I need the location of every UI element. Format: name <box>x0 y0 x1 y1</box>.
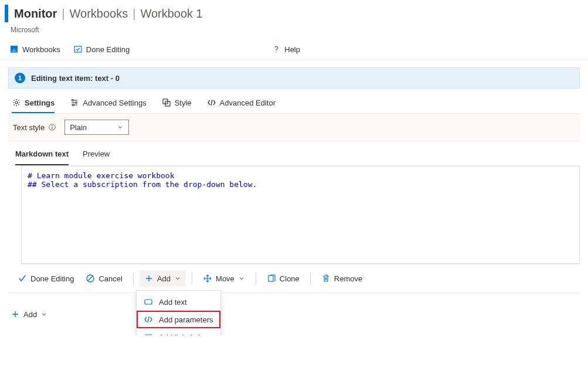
cancel-button[interactable]: Cancel <box>81 270 127 287</box>
svg-line-20 <box>88 276 93 281</box>
chevron-down-icon <box>238 275 245 282</box>
tab-advanced-editor[interactable]: Advanced Editor <box>207 94 276 113</box>
done-editing-button[interactable]: Done Editing <box>13 270 79 287</box>
step-badge: 1 <box>15 73 25 83</box>
divider <box>256 273 256 284</box>
breadcrumb-workbooks[interactable]: Workbooks <box>70 7 128 21</box>
done-editing-label: Done Editing <box>30 274 74 283</box>
tab-settings[interactable]: Settings <box>12 94 55 113</box>
svg-point-9 <box>276 52 277 52</box>
divider <box>133 273 134 284</box>
svg-rect-22 <box>145 300 152 304</box>
main-toolbar: Workbooks Done Editing Help <box>0 39 588 60</box>
add-dropdown: Add text Add parameters Add links/tabs A… <box>136 290 221 335</box>
svg-point-12 <box>76 102 77 104</box>
cancel-label: Cancel <box>98 274 122 283</box>
add-label: Add <box>157 274 171 283</box>
divider <box>310 273 311 284</box>
org-label: Microsoft <box>0 26 588 39</box>
text-style-value: Plain <box>70 123 87 132</box>
footer-add-label: Add <box>23 310 37 319</box>
add-text-item[interactable]: Add text <box>137 293 220 311</box>
text-style-row: Text style Plain <box>8 114 580 141</box>
tab-advanced-editor-label: Advanced Editor <box>220 98 276 107</box>
text-style-label: Text style <box>13 123 45 132</box>
svg-point-11 <box>72 100 74 101</box>
add-parameters-item[interactable]: Add parameters <box>137 311 220 328</box>
tab-preview[interactable]: Preview <box>83 149 110 165</box>
add-button[interactable]: Add <box>140 270 186 287</box>
chevron-down-icon <box>40 311 47 318</box>
chevron-down-icon <box>174 275 181 282</box>
divider <box>192 273 192 284</box>
tab-style-label: Style <box>175 98 192 107</box>
help-label: Help <box>284 45 300 54</box>
tab-settings-label: Settings <box>25 98 55 107</box>
svg-point-17 <box>52 125 52 126</box>
add-links-tabs-item[interactable]: Add links/tabs <box>137 328 220 335</box>
editor-tabs: Settings Advanced Settings Style Advance… <box>8 89 580 114</box>
svg-point-13 <box>73 104 74 106</box>
page-title: Monitor <box>14 7 57 21</box>
svg-rect-4 <box>74 46 81 52</box>
remove-label: Remove <box>334 274 362 283</box>
tab-advanced-settings-label: Advanced Settings <box>83 98 146 107</box>
item-command-bar: Done Editing Cancel Add Move Clone Remov… <box>8 264 580 293</box>
help-button[interactable]: Help <box>271 45 300 54</box>
svg-rect-18 <box>52 127 53 129</box>
add-parameters-label: Add parameters <box>159 315 213 324</box>
editing-title: Editing text item: text - 0 <box>31 74 120 83</box>
info-icon[interactable] <box>48 123 56 131</box>
add-text-label: Add text <box>159 298 187 307</box>
breadcrumb-sep: | <box>60 7 66 21</box>
breadcrumb-current: Workbook 1 <box>140 7 202 21</box>
move-button[interactable]: Move <box>198 270 250 287</box>
tab-markdown-text[interactable]: Markdown text <box>15 149 69 165</box>
text-style-select[interactable]: Plain <box>64 120 129 135</box>
workbooks-button[interactable]: Workbooks <box>9 45 60 54</box>
workbooks-label: Workbooks <box>22 45 60 54</box>
tab-style[interactable]: Style <box>162 94 192 113</box>
clone-button[interactable]: Clone <box>262 270 304 287</box>
footer-add-button[interactable]: Add <box>8 293 580 335</box>
svg-rect-21 <box>268 276 273 281</box>
header-accent-bar <box>5 5 8 22</box>
done-editing-button[interactable]: Done Editing <box>73 45 130 54</box>
breadcrumb-sep: | <box>131 7 137 21</box>
editing-header: 1 Editing text item: text - 0 <box>8 67 580 89</box>
chevron-down-icon <box>117 124 124 131</box>
done-editing-label: Done Editing <box>86 45 130 54</box>
clone-label: Clone <box>280 274 300 283</box>
move-label: Move <box>216 274 234 283</box>
tab-advanced-settings[interactable]: Advanced Settings <box>70 94 146 113</box>
markdown-tabs: Markdown text Preview <box>8 141 580 166</box>
svg-point-10 <box>15 101 18 104</box>
remove-button[interactable]: Remove <box>317 270 367 287</box>
add-links-tabs-label: Add links/tabs <box>159 333 206 336</box>
markdown-editor[interactable]: # Learn module exercise workbook ## Sele… <box>21 166 580 264</box>
